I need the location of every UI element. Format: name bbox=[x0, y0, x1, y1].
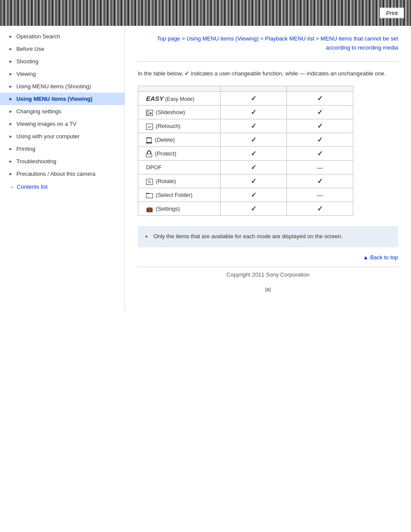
table-row: (Select Folder)✓— bbox=[138, 188, 353, 202]
sidebar-arrow-icon: ► bbox=[9, 109, 13, 114]
sidebar-item-before-use[interactable]: ►Before Use bbox=[0, 43, 125, 55]
sidebar-arrow-icon: ► bbox=[9, 84, 13, 89]
table-cell-col2: ✓ bbox=[287, 92, 353, 106]
sidebar-item-label: Using MENU items (Shooting) bbox=[16, 83, 91, 90]
table-cell-item: ↩ (Retouch) bbox=[138, 119, 221, 133]
breadcrumb-link[interactable]: Top page bbox=[157, 35, 181, 42]
table-cell-col2: — bbox=[287, 188, 353, 202]
table-header-col2 bbox=[287, 86, 353, 92]
back-to-top: ▲ Back to top bbox=[138, 254, 398, 261]
table-cell-col2: ✓ bbox=[287, 202, 353, 216]
table-header-col1 bbox=[221, 86, 287, 92]
table-row: (Delete)✓✓ bbox=[138, 133, 353, 147]
sidebar-item-label: Before Use bbox=[16, 46, 44, 52]
table-cell-item: (Protect) bbox=[138, 147, 221, 161]
sidebar-item-label: Using with your computer bbox=[16, 133, 80, 140]
sidebar-arrow-icon: ► bbox=[9, 121, 13, 126]
sidebar-item-using-menu-shooting[interactable]: ►Using MENU items (Shooting) bbox=[0, 80, 125, 93]
sidebar-item-label: Troubleshooting bbox=[16, 158, 56, 165]
sidebar-arrow-icon: ► bbox=[9, 59, 13, 64]
sidebar-arrow-icon: ► bbox=[9, 96, 13, 101]
header-bar: Print bbox=[0, 0, 411, 26]
sidebar-arrow-icon: ► bbox=[9, 159, 13, 164]
sidebar-item-shooting[interactable]: ►Shooting bbox=[0, 55, 125, 68]
table-cell-item: ↻ (Rotate) bbox=[138, 174, 221, 188]
breadcrumb-link[interactable]: MENU items that cannot be set according … bbox=[321, 35, 398, 51]
table-cell-col1: ✓ bbox=[221, 161, 287, 174]
table-header-item bbox=[138, 86, 221, 92]
sidebar-item-operation-search[interactable]: ►Operation Search bbox=[0, 30, 125, 43]
table-row: 💼 (Settings)✓✓ bbox=[138, 202, 353, 216]
table-row: ↩ (Retouch)✓✓ bbox=[138, 119, 353, 133]
table-row: ▶ (Slideshow)✓✓ bbox=[138, 106, 353, 119]
sidebar-item-label: Viewing bbox=[16, 71, 36, 77]
sidebar-arrow-icon: ► bbox=[9, 47, 13, 51]
table-cell-item: ▶ (Slideshow) bbox=[138, 106, 221, 119]
table-row: ↻ (Rotate)✓✓ bbox=[138, 174, 353, 188]
print-button[interactable]: Print bbox=[380, 8, 404, 19]
breadcrumb-separator: > bbox=[314, 35, 321, 42]
table-cell-col2: — bbox=[287, 161, 353, 174]
table-cell-col1: ✓ bbox=[221, 147, 287, 161]
sidebar-item-changing-settings[interactable]: ►Changing settings bbox=[0, 105, 125, 118]
sidebar-item-using-menu-viewing[interactable]: ►Using MENU items (Viewing) bbox=[0, 93, 125, 105]
sidebar-item-label: Changing settings bbox=[16, 108, 61, 115]
sidebar: ►Operation Search►Before Use►Shooting►Vi… bbox=[0, 26, 125, 310]
sidebar-item-precautions[interactable]: ►Precautions / About this camera bbox=[0, 168, 125, 180]
triangle-icon: ▲ bbox=[363, 254, 368, 261]
table-row: DPOF✓— bbox=[138, 161, 353, 174]
description-text: In the table below, ✓ indicates a user-c… bbox=[138, 69, 398, 78]
table-cell-col1: ✓ bbox=[221, 174, 287, 188]
sidebar-arrow-icon: ► bbox=[9, 34, 13, 39]
table-cell-col1: ✓ bbox=[221, 188, 287, 202]
contents-list-label: Contents list bbox=[17, 184, 48, 190]
arrow-right-icon: → bbox=[9, 184, 14, 190]
table-cell-col1: ✓ bbox=[221, 92, 287, 106]
table-cell-item: (Select Folder) bbox=[138, 188, 221, 202]
page-number: 96 bbox=[138, 282, 398, 302]
table-row: EASY (Easy Mode)✓✓ bbox=[138, 92, 353, 106]
table-cell-col1: ✓ bbox=[221, 119, 287, 133]
table-cell-col2: ✓ bbox=[287, 174, 353, 188]
sidebar-item-label: Viewing images on a TV bbox=[16, 121, 77, 127]
breadcrumb: Top page > Using MENU items (Viewing) > … bbox=[138, 34, 398, 53]
sidebar-arrow-icon: ► bbox=[9, 72, 13, 76]
table-cell-col2: ✓ bbox=[287, 119, 353, 133]
table-cell-item: (Delete) bbox=[138, 133, 221, 147]
main-layout: ►Operation Search►Before Use►Shooting►Vi… bbox=[0, 26, 411, 310]
breadcrumb-separator: > bbox=[180, 35, 187, 42]
table-cell-col2: ✓ bbox=[287, 133, 353, 147]
menu-table: EASY (Easy Mode)✓✓▶ (Slideshow)✓✓↩ (Reto… bbox=[138, 86, 353, 216]
sidebar-item-viewing[interactable]: ►Viewing bbox=[0, 68, 125, 80]
sidebar-item-troubleshooting[interactable]: ►Troubleshooting bbox=[0, 155, 125, 168]
breadcrumb-link[interactable]: Using MENU items (Viewing) bbox=[187, 35, 258, 42]
breadcrumb-link[interactable]: Playback MENU list bbox=[265, 35, 314, 42]
table-row: (Protect)✓✓ bbox=[138, 147, 353, 161]
copyright-text: Copyright 2011 Sony Corporation bbox=[227, 271, 310, 278]
table-cell-col1: ✓ bbox=[221, 202, 287, 216]
contents-list-link[interactable]: → Contents list bbox=[0, 180, 125, 193]
divider bbox=[138, 61, 398, 62]
content-area: Top page > Using MENU items (Viewing) > … bbox=[125, 26, 411, 310]
table-cell-col1: ✓ bbox=[221, 106, 287, 119]
sidebar-item-label: Printing bbox=[16, 146, 35, 152]
table-cell-col1: ✓ bbox=[221, 133, 287, 147]
back-to-top-link[interactable]: Back to top bbox=[370, 254, 398, 261]
sidebar-item-viewing-tv[interactable]: ►Viewing images on a TV bbox=[0, 118, 125, 130]
table-cell-item: 💼 (Settings) bbox=[138, 202, 221, 216]
note-text: Only the items that are available for ea… bbox=[146, 232, 390, 241]
sidebar-arrow-icon: ► bbox=[9, 134, 13, 139]
sidebar-item-using-computer[interactable]: ►Using with your computer bbox=[0, 130, 125, 143]
breadcrumb-separator: > bbox=[258, 35, 265, 42]
table-cell-col2: ✓ bbox=[287, 147, 353, 161]
footer: Copyright 2011 Sony Corporation bbox=[138, 267, 398, 282]
table-cell-col2: ✓ bbox=[287, 106, 353, 119]
sidebar-item-label: Operation Search bbox=[16, 33, 60, 40]
sidebar-item-label: Shooting bbox=[16, 58, 38, 65]
sidebar-item-label: Precautions / About this camera bbox=[16, 171, 96, 177]
sidebar-arrow-icon: ► bbox=[9, 146, 13, 151]
table-cell-item: DPOF bbox=[138, 161, 221, 174]
note-box: Only the items that are available for ea… bbox=[138, 226, 398, 247]
sidebar-item-printing[interactable]: ►Printing bbox=[0, 143, 125, 155]
sidebar-arrow-icon: ► bbox=[9, 171, 13, 176]
